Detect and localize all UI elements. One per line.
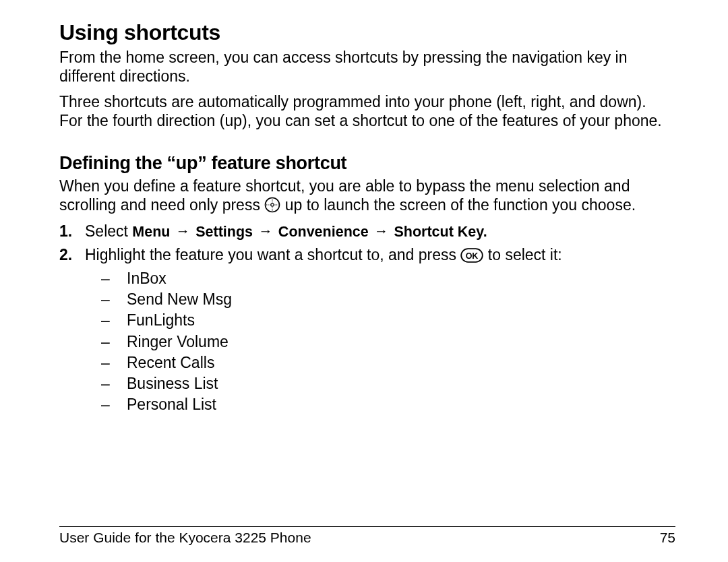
svg-text:OK: OK bbox=[466, 251, 479, 261]
footer-text: User Guide for the Kyocera 3225 Phone bbox=[59, 530, 311, 546]
feature-item: Personal List bbox=[101, 394, 669, 415]
feature-list: InBox Send New Msg FunLights Ringer Volu… bbox=[101, 268, 669, 414]
step1-menu: Menu bbox=[132, 224, 170, 240]
intro-paragraph-2: Three shortcuts are automatically progra… bbox=[59, 92, 669, 130]
feature-item: FunLights bbox=[101, 310, 669, 331]
feature-item: Ringer Volume bbox=[101, 332, 669, 352]
step-number: 1. bbox=[59, 221, 80, 242]
sub-heading: Defining the “up” feature shortcut bbox=[59, 153, 669, 174]
arrow-icon: → bbox=[175, 222, 191, 241]
feature-item: InBox bbox=[101, 268, 669, 289]
arrow-icon: → bbox=[257, 222, 274, 241]
step1-settings: Settings bbox=[195, 224, 253, 240]
step1-shortcut-key: Shortcut Key bbox=[394, 224, 483, 240]
step-number: 2. bbox=[59, 245, 80, 266]
define-paragraph: When you define a feature shortcut, you … bbox=[59, 177, 669, 214]
define-text-b: up to launch the screen of the function … bbox=[285, 196, 636, 214]
svg-point-1 bbox=[271, 204, 274, 206]
step1-convenience: Convenience bbox=[278, 224, 369, 240]
svg-point-0 bbox=[266, 198, 280, 212]
step1-end: . bbox=[483, 224, 487, 240]
arrow-icon: → bbox=[373, 222, 390, 241]
step2-text-a: Highlight the feature you want a shortcu… bbox=[85, 246, 460, 263]
steps-list: 1. Select Menu → Settings → Convenience … bbox=[59, 221, 669, 414]
step1-lead: Select bbox=[85, 222, 132, 240]
step-1: 1. Select Menu → Settings → Convenience … bbox=[59, 221, 669, 242]
page-footer: User Guide for the Kyocera 3225 Phone 75 bbox=[59, 526, 675, 546]
ok-key-icon: OK bbox=[460, 247, 483, 262]
step2-text-b: to select it: bbox=[488, 246, 562, 263]
page-heading: Using shortcuts bbox=[59, 20, 669, 45]
nav-key-icon bbox=[264, 197, 280, 213]
feature-item: Recent Calls bbox=[101, 352, 669, 373]
feature-item: Business List bbox=[101, 373, 669, 394]
feature-item: Send New Msg bbox=[101, 289, 669, 310]
step-2: 2. Highlight the feature you want a shor… bbox=[59, 245, 669, 414]
intro-paragraph-1: From the home screen, you can access sho… bbox=[59, 48, 669, 86]
page-number: 75 bbox=[660, 530, 675, 546]
